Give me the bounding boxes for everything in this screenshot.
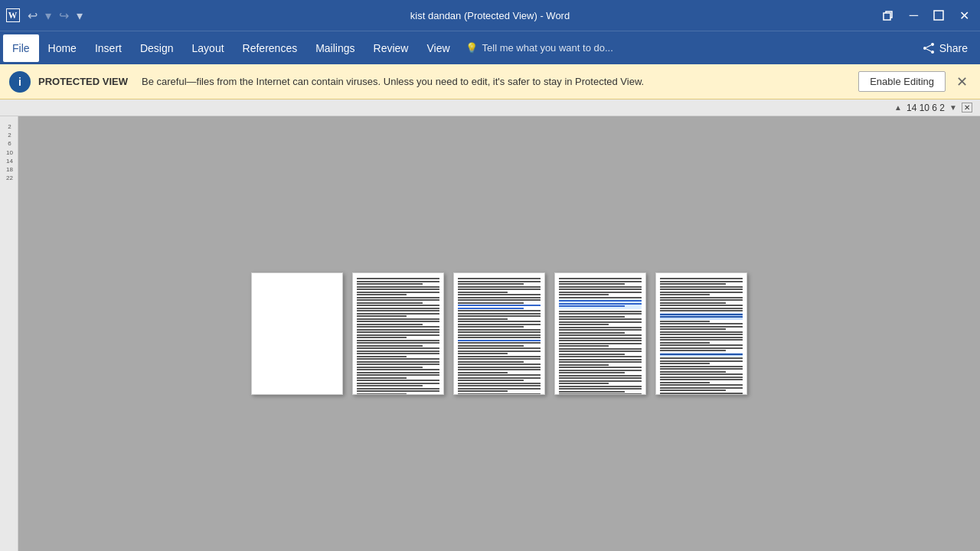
search-area[interactable]: 💡 Tell me what you want to do... [466,42,913,54]
svg-text:W: W [8,11,18,20]
window-controls: ─ ✕ [877,7,974,24]
protected-view-message: Be careful—files from the Internet can c… [142,76,851,87]
svg-rect-2 [884,13,890,20]
share-label: Share [939,42,968,54]
page-down-arrow[interactable]: ▼ [948,103,959,113]
menu-bar: File Home Insert Design Layout Reference… [0,31,980,64]
protected-view-title: PROTECTED VIEW [38,76,128,87]
page-5[interactable] [655,272,747,395]
page-up-arrow[interactable]: ▲ [893,103,903,113]
menu-item-insert[interactable]: Insert [86,34,131,62]
title-bar: W ↩ ▾ ↪ ▾ kist dandan (Protected View) -… [0,0,980,31]
svg-point-6 [931,51,934,54]
document-area [18,116,980,551]
share-icon [923,42,935,54]
page-count-area: ▲ 14 10 6 2 ▼ ✕ [893,103,972,113]
word-icon: W [6,8,20,22]
undo-button[interactable]: ↩ [24,7,41,24]
undo-dropdown[interactable]: ▾ [42,7,54,24]
svg-line-8 [926,49,931,51]
pages-container [236,257,763,410]
menu-item-design[interactable]: Design [131,34,183,62]
ruler-bar: ▲ 14 10 6 2 ▼ ✕ [0,99,980,116]
ruler-mark-5: 14 [6,157,13,165]
minimize-button[interactable]: ─ [905,7,923,24]
svg-point-4 [931,43,934,46]
page-5-content [656,273,746,395]
ruler-mark-4: 10 [6,148,13,157]
page-3-content [454,273,544,395]
customize-button[interactable]: ▾ [74,7,86,24]
page-2[interactable] [352,272,444,395]
close-button[interactable]: ✕ [955,7,974,24]
menu-item-view[interactable]: View [417,34,459,62]
lightbulb-icon: 💡 [466,42,478,54]
menu-item-home[interactable]: Home [39,34,86,62]
svg-rect-3 [934,11,943,20]
ruler-mark-1: 2 [8,122,11,131]
menu-item-references[interactable]: References [234,34,307,62]
share-button[interactable]: Share [913,39,977,57]
menu-item-layout[interactable]: Layout [183,34,234,62]
page-nav-box[interactable]: ✕ [962,103,972,112]
ruler-mark-2: 2 [8,131,11,139]
maximize-button[interactable] [929,8,949,22]
page-count-numbers: 14 10 6 2 [906,103,945,113]
protected-view-bar: i PROTECTED VIEW Be careful—files from t… [0,64,980,99]
enable-editing-button[interactable]: Enable Editing [858,71,946,92]
main-content-area: 2 2 6 10 14 18 22 [0,116,980,551]
menu-item-review[interactable]: Review [364,34,418,62]
svg-point-5 [923,47,926,50]
protected-view-close-button[interactable]: ✕ [953,73,971,90]
search-placeholder-text: Tell me what you want to do... [482,42,613,54]
left-ruler: 2 2 6 10 14 18 22 [0,116,18,551]
ruler-mark-6: 18 [6,165,13,174]
title-bar-left: W ↩ ▾ ↪ ▾ [6,7,86,24]
page-1[interactable] [251,272,343,395]
restore-window-button[interactable] [877,8,899,23]
protected-view-icon: i [9,71,31,93]
document-title: kist dandan (Protected View) - Word [410,10,570,21]
redo-button[interactable]: ↪ [56,7,72,24]
undo-redo-area: ↩ ▾ ↪ ▾ [24,7,86,24]
ruler-mark-3: 6 [8,139,11,148]
page-4-content [555,273,645,395]
menu-item-file[interactable]: File [3,34,39,62]
menu-item-mailings[interactable]: Mailings [306,34,364,62]
page-3[interactable] [453,272,545,395]
ruler-mark-7: 22 [6,174,13,182]
svg-line-7 [926,45,931,47]
page-2-content [353,273,443,395]
ruler-marks: 2 2 6 10 14 18 22 [0,122,18,182]
page-4[interactable] [554,272,646,395]
